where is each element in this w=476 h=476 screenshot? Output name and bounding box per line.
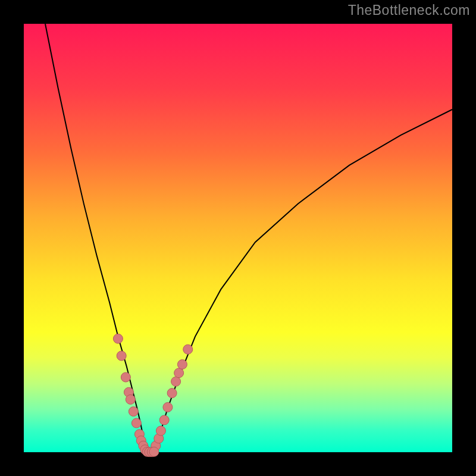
watermark-text: TheBottleneck.com	[348, 2, 470, 18]
curve-right	[154, 109, 452, 451]
data-marker	[117, 351, 126, 361]
data-marker	[121, 372, 130, 382]
data-marker	[126, 394, 135, 404]
data-marker	[129, 407, 138, 416]
data-marker	[177, 359, 187, 369]
data-marker	[159, 415, 169, 425]
data-marker	[163, 402, 173, 412]
data-marker	[131, 418, 141, 428]
data-marker	[174, 368, 184, 378]
chart-container: TheBottleneck.com	[0, 0, 476, 476]
curve-left	[45, 24, 147, 451]
data-marker	[171, 377, 181, 386]
data-marker	[167, 389, 177, 398]
chart-svg	[0, 0, 476, 476]
data-marker	[113, 334, 123, 343]
data-marker	[156, 426, 165, 436]
data-marker	[149, 447, 159, 456]
data-marker	[183, 345, 193, 354]
